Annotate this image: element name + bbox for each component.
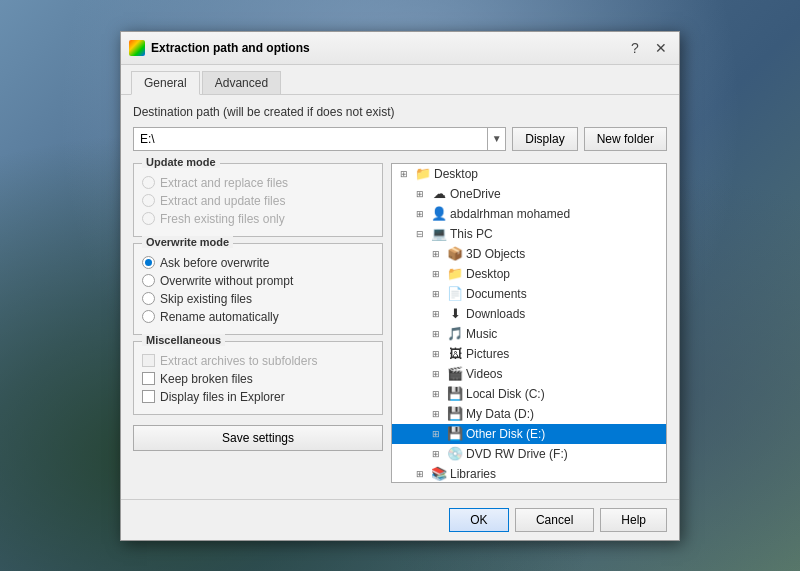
expand-icon[interactable]: ⊞ [428,366,444,382]
tree-item-label: This PC [450,227,493,241]
tab-general[interactable]: General [131,71,200,95]
expand-icon[interactable]: ⊞ [428,246,444,262]
tree-item[interactable]: ⊞💾Other Disk (E:) [392,424,666,444]
miscellaneous-label: Miscellaneous [142,334,225,346]
expand-icon[interactable]: ⊞ [428,346,444,362]
expand-icon[interactable]: ⊞ [428,426,444,442]
tree-item[interactable]: ⊞⬇Downloads [392,304,666,324]
dropdown-arrow-icon[interactable]: ▼ [487,128,505,150]
update-mode-label: Update mode [142,156,220,168]
tree-item[interactable]: ⊞🎵Music [392,324,666,344]
tree-item[interactable]: ⊞📄Documents [392,284,666,304]
tree-item-label: Libraries [450,467,496,481]
ok-button[interactable]: OK [449,508,509,532]
radio-ask-before [142,256,155,269]
tree-item[interactable]: ⊞📚Libraries [392,464,666,483]
folder-icon: 🖼 [447,346,463,362]
overwrite-mode-option-2[interactable]: Skip existing files [142,290,374,308]
folder-icon: 📚 [431,466,447,482]
destination-label: Destination path (will be created if doe… [133,105,667,119]
folder-icon: 📦 [447,246,463,262]
tree-item[interactable]: ⊞📁Desktop [392,164,666,184]
close-button[interactable]: ✕ [651,38,671,58]
title-bar: Extraction path and options ? ✕ [121,32,679,65]
tree-item-label: 3D Objects [466,247,525,261]
dialog-footer: OK Cancel Help [121,499,679,540]
left-panel: Update mode Extract and replace files Ex… [133,163,383,483]
tree-item[interactable]: ⊞📁Desktop [392,264,666,284]
tree-item[interactable]: ⊞💿DVD RW Drive (F:) [392,444,666,464]
tree-item-label: Desktop [434,167,478,181]
expand-icon[interactable]: ⊞ [428,406,444,422]
help-button[interactable]: Help [600,508,667,532]
tree-item-label: My Data (D:) [466,407,534,421]
tree-item-label: DVD RW Drive (F:) [466,447,568,461]
tree-item-label: OneDrive [450,187,501,201]
display-button[interactable]: Display [512,127,577,151]
overwrite-mode-label: Overwrite mode [142,236,233,248]
tree-item[interactable]: ⊞📦3D Objects [392,244,666,264]
folder-icon: 💻 [431,226,447,242]
destination-row: ▼ Display New folder [133,127,667,151]
expand-icon[interactable]: ⊞ [428,286,444,302]
expand-icon[interactable]: ⊞ [428,446,444,462]
misc-option-2[interactable]: Display files in Explorer [142,388,374,406]
expand-icon[interactable]: ⊞ [428,386,444,402]
folder-icon: 🎵 [447,326,463,342]
expand-icon[interactable]: ⊞ [428,306,444,322]
tree-item-label: Local Disk (C:) [466,387,545,401]
destination-input[interactable] [134,130,487,148]
tree-item-label: Pictures [466,347,509,361]
tree-item-label: Other Disk (E:) [466,427,545,441]
expand-icon[interactable]: ⊞ [412,186,428,202]
tree-item-label: Videos [466,367,502,381]
radio-skip-existing [142,292,155,305]
overwrite-mode-group: Overwrite mode Ask before overwrite Over… [133,243,383,335]
tree-item-label: Music [466,327,497,341]
folder-icon: ⬇ [447,306,463,322]
overwrite-mode-option-1[interactable]: Overwrite without prompt [142,272,374,290]
new-folder-button[interactable]: New folder [584,127,667,151]
tree-item[interactable]: ⊞🎬Videos [392,364,666,384]
tree-item[interactable]: ⊞🖼Pictures [392,344,666,364]
destination-input-wrap: ▼ [133,127,506,151]
tree-item[interactable]: ⊟💻This PC [392,224,666,244]
update-mode-option-2[interactable]: Fresh existing files only [142,210,374,228]
tree-item[interactable]: ⊞👤abdalrhman mohamed [392,204,666,224]
expand-icon[interactable]: ⊞ [428,266,444,282]
tree-item[interactable]: ⊞💾My Data (D:) [392,404,666,424]
expand-icon[interactable]: ⊞ [412,466,428,482]
check-display-explorer [142,390,155,403]
extraction-dialog: Extraction path and options ? ✕ General … [120,31,680,541]
expand-icon[interactable]: ⊟ [412,226,428,242]
update-mode-option-0[interactable]: Extract and replace files [142,174,374,192]
tree-item-label: Downloads [466,307,525,321]
radio-fresh-existing [142,212,155,225]
overwrite-mode-option-3[interactable]: Rename automatically [142,308,374,326]
tab-bar: General Advanced [121,65,679,95]
radio-extract-update [142,194,155,207]
tree-item[interactable]: ⊞☁OneDrive [392,184,666,204]
dialog-body: Destination path (will be created if doe… [121,95,679,493]
save-settings-button[interactable]: Save settings [133,425,383,451]
check-extract-subfolders [142,354,155,367]
expand-icon[interactable]: ⊞ [396,166,412,182]
radio-rename-auto [142,310,155,323]
tree-item[interactable]: ⊞💾Local Disk (C:) [392,384,666,404]
radio-extract-replace [142,176,155,189]
miscellaneous-group: Miscellaneous Extract archives to subfol… [133,341,383,415]
app-icon [129,40,145,56]
main-content: Update mode Extract and replace files Ex… [133,163,667,483]
file-tree-panel[interactable]: ⊞📁Desktop⊞☁OneDrive⊞👤abdalrhman mohamed⊟… [391,163,667,483]
cancel-button[interactable]: Cancel [515,508,594,532]
radio-overwrite-without [142,274,155,287]
misc-option-0[interactable]: Extract archives to subfolders [142,352,374,370]
overwrite-mode-option-0[interactable]: Ask before overwrite [142,254,374,272]
help-title-button[interactable]: ? [625,38,645,58]
expand-icon[interactable]: ⊞ [428,326,444,342]
folder-icon: 💿 [447,446,463,462]
misc-option-1[interactable]: Keep broken files [142,370,374,388]
update-mode-option-1[interactable]: Extract and update files [142,192,374,210]
tab-advanced[interactable]: Advanced [202,71,281,94]
expand-icon[interactable]: ⊞ [412,206,428,222]
